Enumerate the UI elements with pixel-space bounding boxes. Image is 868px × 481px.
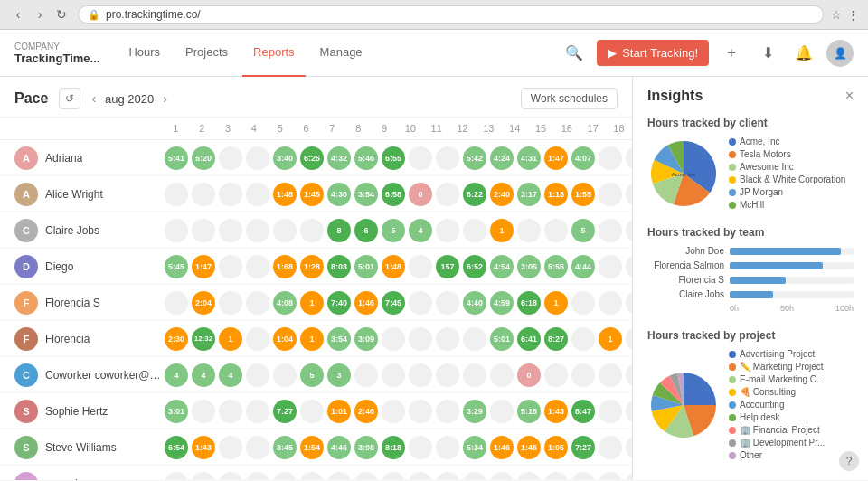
work-schedules-button[interactable]: Work schedules: [521, 88, 618, 109]
time-bubble[interactable]: 3:54: [354, 183, 378, 206]
user-avatar[interactable]: 👤: [826, 40, 854, 67]
time-bubble[interactable]: 4:40: [463, 291, 486, 315]
search-button[interactable]: 🔍: [561, 40, 588, 67]
time-bubble[interactable]: 2:04: [192, 291, 215, 315]
time-bubble[interactable]: 6:54: [165, 436, 188, 459]
time-bubble[interactable]: 8:18: [382, 436, 405, 459]
time-bubble[interactable]: 1:01: [327, 400, 351, 423]
time-bubble[interactable]: 4:08: [273, 291, 297, 315]
time-bubble[interactable]: 4:46: [327, 436, 351, 459]
tab-reports[interactable]: Reports: [242, 30, 306, 77]
prev-month-button[interactable]: ‹: [88, 90, 99, 108]
time-bubble[interactable]: 6:18: [517, 291, 541, 315]
next-month-button[interactable]: ›: [159, 90, 171, 108]
refresh-pace-button[interactable]: ↺: [59, 88, 80, 109]
time-bubble[interactable]: 3:09: [354, 327, 378, 351]
time-bubble[interactable]: 4:44: [571, 255, 595, 278]
time-bubble[interactable]: 2:30: [165, 327, 188, 351]
time-bubble[interactable]: 5:46: [354, 146, 378, 170]
browser-url-bar[interactable]: 🔒 pro.trackingtime.co/: [78, 5, 824, 24]
time-bubble[interactable]: 1: [300, 327, 324, 351]
time-bubble[interactable]: 4:59: [490, 291, 514, 315]
download-button[interactable]: ⬇: [754, 40, 781, 67]
time-bubble[interactable]: 6:25: [300, 146, 324, 170]
time-bubble[interactable]: 4: [165, 363, 188, 387]
time-bubble[interactable]: 4:31: [517, 146, 541, 170]
time-bubble[interactable]: 0: [517, 363, 541, 387]
time-bubble[interactable]: 3: [327, 363, 351, 387]
time-bubble[interactable]: 5:55: [544, 255, 568, 278]
time-bubble[interactable]: 5:45: [165, 255, 188, 278]
time-bubble[interactable]: 5:34: [463, 436, 486, 459]
time-bubble[interactable]: 4:32: [327, 146, 351, 170]
time-bubble[interactable]: 4: [219, 363, 242, 387]
time-bubble[interactable]: 5:20: [192, 146, 215, 170]
time-bubble[interactable]: 1:55: [571, 183, 595, 206]
close-insights-button[interactable]: ×: [845, 88, 854, 104]
time-bubble[interactable]: 3:54: [327, 327, 351, 351]
add-button[interactable]: ＋: [718, 40, 745, 67]
time-bubble[interactable]: 7:27: [571, 436, 595, 459]
time-bubble[interactable]: 7:27: [273, 400, 297, 423]
time-bubble[interactable]: 8:27: [544, 327, 568, 351]
time-bubble[interactable]: 5:41: [165, 146, 188, 170]
time-bubble[interactable]: 6:52: [463, 255, 486, 278]
time-bubble[interactable]: 1:43: [192, 436, 215, 459]
time-bubble[interactable]: 4: [192, 363, 215, 387]
time-bubble[interactable]: 5: [571, 219, 595, 242]
time-bubble[interactable]: 5: [382, 219, 405, 242]
time-bubble[interactable]: 1:47: [544, 146, 568, 170]
time-bubble[interactable]: 1: [490, 219, 514, 242]
time-bubble[interactable]: 1:43: [544, 400, 568, 423]
time-bubble[interactable]: 5: [300, 363, 324, 387]
time-bubble[interactable]: 3:45: [273, 436, 297, 459]
time-bubble[interactable]: 1:28: [300, 255, 324, 278]
time-bubble[interactable]: 1:05: [544, 436, 568, 459]
time-bubble[interactable]: 1:46: [517, 436, 541, 459]
time-bubble[interactable]: 5:01: [354, 255, 378, 278]
time-bubble[interactable]: 6:55: [382, 146, 405, 170]
time-bubble[interactable]: 6:41: [517, 327, 541, 351]
time-bubble[interactable]: 1:68: [273, 255, 297, 278]
time-bubble[interactable]: 3:40: [273, 146, 297, 170]
time-bubble[interactable]: 4:54: [490, 255, 514, 278]
time-bubble[interactable]: 2:40: [490, 183, 514, 206]
time-bubble[interactable]: 7:45: [382, 291, 405, 315]
refresh-button[interactable]: ↻: [52, 5, 71, 24]
time-bubble[interactable]: 1:54: [300, 436, 324, 459]
time-bubble[interactable]: 2:46: [354, 400, 378, 423]
time-bubble[interactable]: 1:48: [382, 255, 405, 278]
time-bubble[interactable]: 0: [409, 183, 432, 206]
time-bubble[interactable]: 4:30: [327, 183, 351, 206]
tab-hours[interactable]: Hours: [118, 30, 171, 77]
back-button[interactable]: ‹: [9, 5, 27, 24]
time-bubble[interactable]: 8: [327, 219, 351, 242]
time-bubble[interactable]: 3:01: [165, 400, 188, 423]
time-bubble[interactable]: 1: [219, 327, 242, 351]
time-bubble[interactable]: 1:45: [300, 183, 324, 206]
time-bubble[interactable]: 3:29: [463, 400, 486, 423]
time-bubble[interactable]: 157: [436, 255, 459, 278]
time-bubble[interactable]: 4: [409, 219, 432, 242]
time-bubble[interactable]: 3:17: [517, 183, 541, 206]
time-bubble[interactable]: 5:18: [517, 400, 541, 423]
time-bubble[interactable]: 1:04: [273, 327, 297, 351]
time-bubble[interactable]: 4:24: [490, 146, 514, 170]
time-bubble[interactable]: 1:18: [544, 183, 568, 206]
time-bubble[interactable]: 6: [354, 219, 378, 242]
tab-manage[interactable]: Manage: [309, 30, 373, 77]
time-bubble[interactable]: 3:05: [517, 255, 541, 278]
time-bubble[interactable]: 5:01: [490, 327, 514, 351]
time-bubble[interactable]: 7:40: [327, 291, 351, 315]
tab-projects[interactable]: Projects: [175, 30, 239, 77]
time-bubble[interactable]: 5:42: [463, 146, 486, 170]
time-bubble[interactable]: 1:48: [273, 183, 297, 206]
menu-icon[interactable]: ⋮: [847, 8, 859, 22]
time-bubble[interactable]: 6:22: [463, 183, 486, 206]
time-bubble[interactable]: 8:47: [571, 400, 595, 423]
start-tracking-button[interactable]: ▶ Start Tracking!: [597, 40, 709, 66]
time-bubble[interactable]: 12:32: [192, 327, 215, 351]
time-bubble[interactable]: 1:47: [192, 255, 215, 278]
time-bubble[interactable]: 6:58: [382, 183, 405, 206]
time-bubble[interactable]: 1:46: [490, 436, 514, 459]
